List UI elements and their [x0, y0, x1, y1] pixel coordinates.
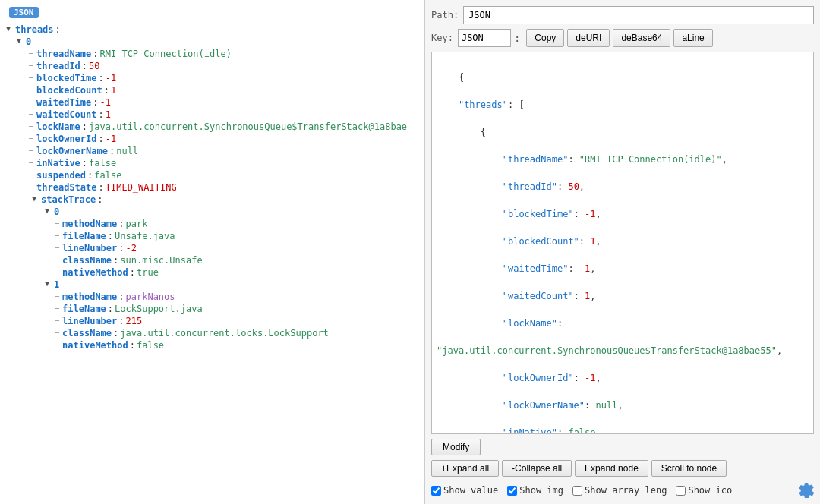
show-ico-option[interactable]: Show ico	[676, 485, 732, 496]
json-editor[interactable]: { "threads": [ { "threadName": "RMI TCP …	[431, 52, 814, 434]
show-img-checkbox[interactable]	[507, 486, 517, 496]
methodname-parknanos-node: — methodName : parkNanos	[0, 291, 424, 303]
filename-unsafe-node: — fileName : Unsafe.java	[0, 230, 424, 242]
show-array-leng-option[interactable]: Show array leng	[572, 485, 667, 496]
lockname-node: — lockName : java.util.concurrent.Synchr…	[0, 121, 424, 133]
collapse-all-button[interactable]: -Collapse all	[502, 460, 572, 477]
options-row: Show value Show img Show array leng Show…	[431, 483, 814, 498]
index-0-node[interactable]: ▼ 0	[0, 36, 424, 48]
index-0-key: 0	[26, 36, 31, 47]
show-img-option[interactable]: Show img	[507, 485, 563, 496]
threads-node[interactable]: ▼ threads :	[0, 24, 424, 36]
key-input[interactable]	[458, 29, 511, 47]
nativemethod-true-node: — nativeMethod : true	[0, 266, 424, 279]
blockedtime-node: — blockedTime : -1	[0, 72, 424, 84]
aline-button[interactable]: aLine	[673, 29, 712, 47]
show-array-leng-label: Show array leng	[585, 485, 667, 496]
show-ico-checkbox[interactable]	[676, 486, 686, 496]
innative-node: — inNative : false	[0, 157, 424, 169]
linenumber-215-node: — lineNumber : 215	[0, 315, 424, 327]
json-badge-row: JSON	[0, 3, 424, 22]
scroll-to-node-button[interactable]: Scroll to node	[651, 460, 727, 477]
stacktrace-0-node[interactable]: ▼ 0	[0, 206, 424, 218]
debase64-button[interactable]: deBase64	[613, 29, 670, 47]
action-row: +Expand all -Collapse all Expand node Sc…	[431, 460, 814, 477]
settings-icon[interactable]	[799, 483, 814, 498]
stacktrace-1-toggle[interactable]: ▼	[42, 279, 52, 288]
stacktrace-1-node[interactable]: ▼ 1	[0, 279, 424, 291]
filename-locksupport-node: — fileName : LockSupport.java	[0, 303, 424, 315]
path-row: Path:	[431, 6, 814, 24]
right-panel: Path: Key: : Copy deURI deBase64 aLine {…	[425, 0, 820, 504]
threadstate-node: — threadState : TIMED_WAITING	[0, 181, 424, 194]
path-label: Path:	[431, 10, 459, 20]
expand-all-button[interactable]: +Expand all	[431, 460, 499, 477]
stacktrace-toggle[interactable]: ▼	[29, 194, 39, 203]
show-ico-label: Show ico	[688, 485, 732, 496]
classname-locksupport-node: — className : java.util.concurrent.locks…	[0, 327, 424, 339]
show-value-checkbox[interactable]	[431, 486, 441, 496]
waitedcount-node: — waitedCount : 1	[0, 109, 424, 121]
waitedtime-node: — waitedTime : -1	[0, 96, 424, 109]
deuri-button[interactable]: deURI	[567, 29, 610, 47]
key-label: Key:	[431, 33, 453, 43]
threads-key: threads	[15, 24, 54, 35]
linenumber-neg2-node: — lineNumber : -2	[0, 242, 424, 254]
threadid-node: — threadId : 50	[0, 60, 424, 72]
lockownername-node: — lockOwnerName : null	[0, 145, 424, 157]
copy-button[interactable]: Copy	[526, 29, 564, 47]
stacktrace-node[interactable]: ▼ stackTrace :	[0, 194, 424, 206]
left-tree-panel: JSON ▼ threads : ▼ 0 — threadName : RMI …	[0, 0, 425, 504]
key-row: Key: : Copy deURI deBase64 aLine	[431, 29, 814, 47]
show-value-label: Show value	[443, 485, 498, 496]
modify-button[interactable]: Modify	[431, 439, 481, 455]
suspended-node: — suspended : false	[0, 169, 424, 181]
show-value-option[interactable]: Show value	[431, 485, 498, 496]
nativemethod-false-node: — nativeMethod : false	[0, 339, 424, 351]
lockowner-id-node: — lockOwnerId : -1	[0, 133, 424, 145]
index-0-toggle[interactable]: ▼	[14, 36, 24, 45]
stacktrace-0-toggle[interactable]: ▼	[42, 206, 52, 215]
modify-row: Modify	[431, 439, 814, 455]
classname-unsafe-node: — className : sun.misc.Unsafe	[0, 254, 424, 266]
threads-toggle[interactable]: ▼	[3, 24, 14, 33]
json-badge: JSON	[9, 7, 39, 18]
show-img-label: Show img	[519, 485, 563, 496]
path-input[interactable]	[463, 6, 814, 24]
show-array-leng-checkbox[interactable]	[572, 486, 582, 496]
methodname-park-node: — methodName : park	[0, 218, 424, 230]
blockedcount-node: — blockedCount : 1	[0, 84, 424, 96]
expand-node-button[interactable]: Expand node	[575, 460, 648, 477]
threadname-node: — threadName : RMI TCP Connection(idle)	[0, 48, 424, 60]
